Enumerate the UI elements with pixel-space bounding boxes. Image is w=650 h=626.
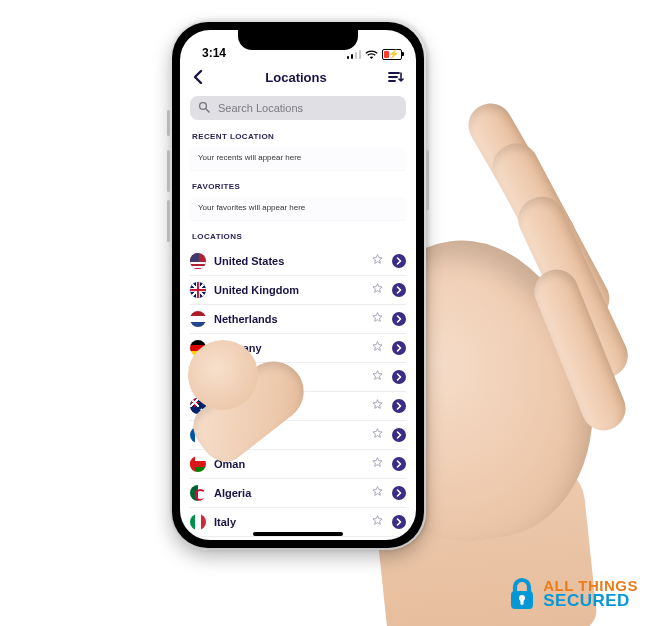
wifi-icon [365,50,378,60]
svg-rect-4 [521,599,524,605]
favorite-star-icon[interactable] [371,310,384,328]
flag-icon [190,514,206,530]
favorite-star-icon[interactable] [371,281,384,299]
location-row[interactable]: Canada [190,363,406,392]
location-expand-button[interactable] [392,312,406,326]
location-name: Algeria [214,487,363,499]
location-expand-button[interactable] [392,457,406,471]
watermark-logo: ALL THINGS SECURED [507,576,638,612]
location-row[interactable]: Algeria [190,479,406,508]
home-indicator[interactable] [253,532,343,536]
location-name: Oman [214,458,363,470]
battery-icon: ⚡ [382,49,402,60]
location-name: Germany [214,342,363,354]
phone-screen: 3:14 ⚡ [180,30,416,540]
location-row[interactable]: United Kingdom [190,276,406,305]
favorites-empty-state: Your favorites will appear here [190,197,406,220]
location-expand-button[interactable] [392,486,406,500]
location-row[interactable]: United States [190,247,406,276]
cellular-signal-icon [347,50,362,59]
location-name: Italy [214,516,363,528]
location-name: United States [214,255,363,267]
flag-icon [190,311,206,327]
location-name: France [214,429,363,441]
favorite-star-icon[interactable] [371,455,384,473]
section-header-favorites: FAVORITES [192,182,404,191]
flag-icon [190,427,206,443]
flag-icon [190,369,206,385]
back-button[interactable] [192,69,204,85]
lock-icon [507,576,537,612]
charging-bolt-icon: ⚡ [388,49,399,59]
favorite-star-icon[interactable] [371,426,384,444]
location-expand-button[interactable] [392,370,406,384]
svg-line-1 [206,109,209,112]
status-time: 3:14 [202,46,226,60]
recent-empty-state: Your recents will appear here [190,147,406,170]
search-icon [198,99,210,117]
locations-list[interactable]: United StatesUnited KingdomNetherlandsGe… [190,247,406,537]
flag-icon [190,456,206,472]
location-row[interactable]: Germany [190,334,406,363]
flag-icon [190,340,206,356]
location-expand-button[interactable] [392,428,406,442]
page-title: Locations [265,70,326,85]
flag-icon [190,485,206,501]
favorite-star-icon[interactable] [371,252,384,270]
location-name: Netherlands [214,313,363,325]
nav-bar: Locations [180,62,416,92]
favorite-star-icon[interactable] [371,397,384,415]
flag-icon [190,282,206,298]
search-bar[interactable] [190,96,406,120]
section-header-locations: LOCATIONS [192,232,404,241]
location-name: United Kingdom [214,284,363,296]
location-row[interactable]: Netherlands [190,305,406,334]
location-name: Australia [214,400,363,412]
flag-icon [190,253,206,269]
location-row[interactable]: Oman [190,450,406,479]
location-expand-button[interactable] [392,283,406,297]
sort-button[interactable] [388,70,404,84]
location-row[interactable]: France [190,421,406,450]
watermark-line2: SECURED [543,593,638,609]
location-expand-button[interactable] [392,341,406,355]
phone-body: 3:14 ⚡ [170,20,426,550]
location-expand-button[interactable] [392,399,406,413]
favorite-star-icon[interactable] [371,339,384,357]
favorite-star-icon[interactable] [371,513,384,531]
favorite-star-icon[interactable] [371,368,384,386]
location-row[interactable]: Australia [190,392,406,421]
search-input[interactable] [216,101,398,115]
location-expand-button[interactable] [392,254,406,268]
notch [238,30,358,50]
section-header-recent: RECENT LOCATION [192,132,404,141]
location-expand-button[interactable] [392,515,406,529]
flag-icon [190,398,206,414]
favorite-star-icon[interactable] [371,484,384,502]
location-name: Canada [214,371,363,383]
